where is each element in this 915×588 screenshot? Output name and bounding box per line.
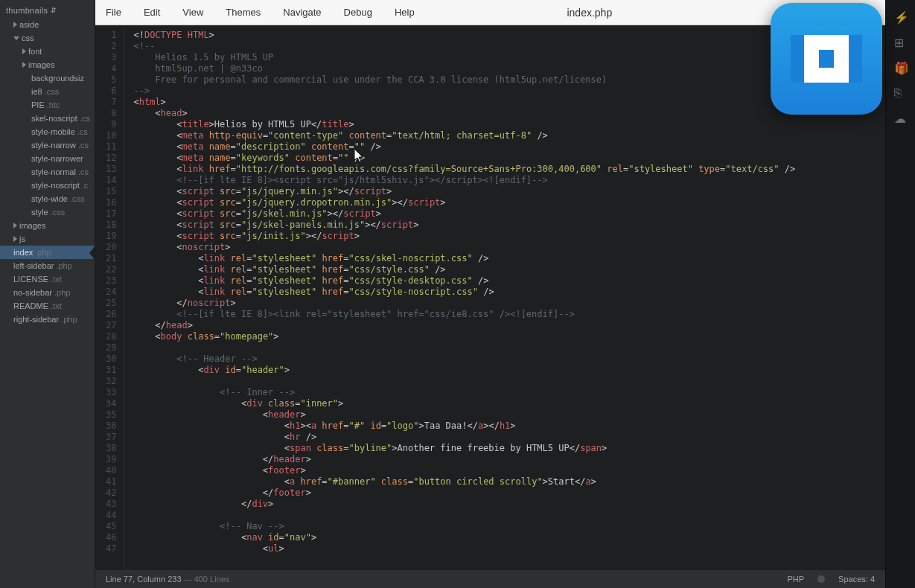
- tree-item-index[interactable]: index.php: [0, 246, 95, 259]
- code-line[interactable]: Helios 1.5 by HTML5 UP: [133, 52, 795, 63]
- menu-edit[interactable]: Edit: [139, 4, 165, 21]
- code-line[interactable]: <!-- Header -->: [133, 354, 795, 365]
- code-line[interactable]: <div class="inner">: [133, 398, 795, 409]
- code-line[interactable]: <link rel="stylesheet" href="css/style-n…: [133, 287, 795, 298]
- tree-item-style-mobile[interactable]: style-mobile.cs: [0, 125, 95, 138]
- menu-themes[interactable]: Themes: [221, 4, 265, 21]
- code-line[interactable]: <!-- Inner -->: [133, 387, 795, 398]
- chevron-right-icon: [22, 48, 26, 54]
- file-sidebar[interactable]: thumbnails ⇵ asidecssfontimagesbackgroun…: [0, 0, 95, 588]
- menu-file[interactable]: File: [101, 4, 126, 21]
- code-line[interactable]: <link rel="stylesheet" href="css/style.c…: [133, 264, 795, 275]
- code-line[interactable]: [133, 376, 795, 387]
- file-tree[interactable]: asidecssfontimagesbackgroundsizie8.cssPI…: [0, 18, 95, 326]
- code-line[interactable]: <!DOCTYPE HTML>: [133, 30, 795, 41]
- tree-item-left-sidebar[interactable]: left-sidebar.php: [0, 259, 95, 272]
- code-line[interactable]: Free for personal and commercial use und…: [133, 74, 795, 86]
- tree-item-right-sidebar[interactable]: right-sidebar.php: [0, 313, 95, 326]
- code-line[interactable]: <script src="js/jquery.dropotron.min.js"…: [133, 197, 795, 208]
- code-line[interactable]: <script src="js/init.js"></script>: [133, 231, 795, 242]
- code-line[interactable]: <meta http-equiv="content-type" content=…: [133, 130, 795, 141]
- tree-item-ext: .cs: [78, 167, 89, 176]
- code-line[interactable]: <script src="js/skel.min.js"></script>: [133, 208, 795, 220]
- language-mode[interactable]: PHP: [787, 575, 804, 584]
- code-line[interactable]: <html>: [133, 97, 795, 108]
- menubar[interactable]: FileEditViewThemesNavigateDebugHelp inde…: [95, 0, 885, 25]
- tree-item-style[interactable]: style.css: [0, 205, 95, 219]
- menu-debug[interactable]: Debug: [339, 4, 377, 21]
- indentation-setting[interactable]: Spaces: 4: [838, 575, 875, 584]
- code-line[interactable]: <div id="header">: [133, 365, 795, 376]
- tree-item-label: index: [13, 248, 33, 257]
- code-line[interactable]: <span class="byline">Another fine freebi…: [133, 443, 795, 454]
- tree-item-css[interactable]: css: [0, 31, 95, 45]
- code-line[interactable]: <link rel="stylesheet" href="css/skel-no…: [133, 253, 795, 264]
- code-line[interactable]: <a href="#banner" class="button circled …: [133, 476, 795, 488]
- tree-item-images[interactable]: images: [0, 219, 95, 232]
- code-line[interactable]: </head>: [133, 320, 795, 331]
- tree-item-no-sidebar[interactable]: no-sidebar.php: [0, 286, 95, 299]
- tree-item-label: LICENSE: [13, 275, 48, 284]
- terminal-icon[interactable]: ⎘: [894, 86, 908, 100]
- code-line[interactable]: <meta name="description" content="" />: [133, 141, 795, 153]
- tree-item-label: style-narrower: [31, 154, 83, 163]
- tree-item-readme[interactable]: README.txt: [0, 299, 95, 313]
- tree-item-ext: .cs: [77, 127, 88, 136]
- tree-item-aside[interactable]: aside: [0, 18, 95, 31]
- code-line[interactable]: <ul>: [133, 543, 795, 555]
- code-line[interactable]: <header>: [133, 409, 795, 421]
- tree-item-style-noscript[interactable]: style-noscript.c: [0, 179, 95, 192]
- tree-item-skel-noscript[interactable]: skel-noscript.cs: [0, 112, 95, 125]
- tree-item-label: skel-noscript: [31, 114, 77, 123]
- code-line[interactable]: <noscript>: [133, 242, 795, 253]
- code-line[interactable]: <script src="js/skel-panels.min.js"></sc…: [133, 220, 795, 231]
- code-line[interactable]: <head>: [133, 108, 795, 119]
- code-line[interactable]: <body class="homepage">: [133, 331, 795, 342]
- code-line[interactable]: <nav id="nav">: [133, 532, 795, 543]
- sidebar-header[interactable]: thumbnails ⇵: [0, 3, 95, 18]
- code-line[interactable]: <!--: [133, 41, 795, 52]
- extension-icon[interactable]: ⊞: [894, 36, 908, 49]
- tree-item-style-wide[interactable]: style-wide.css: [0, 192, 95, 205]
- tree-item-pie[interactable]: PIE.htc: [0, 98, 95, 112]
- code-line[interactable]: <hr />: [133, 432, 795, 443]
- code-line[interactable]: </footer>: [133, 488, 795, 499]
- code-line[interactable]: <h1><a href="#" id="logo">Taa Daa!</a></…: [133, 421, 795, 432]
- code-line[interactable]: -->: [133, 86, 795, 97]
- menu-navigate[interactable]: Navigate: [278, 4, 325, 21]
- code-line[interactable]: <footer>: [133, 465, 795, 476]
- tree-item-license[interactable]: LICENSE.txt: [0, 272, 95, 286]
- code-line[interactable]: </div>: [133, 499, 795, 510]
- code-line[interactable]: <!--[if lte IE 8]><script src="js/html5s…: [133, 175, 795, 186]
- tree-item-font[interactable]: font: [0, 45, 95, 58]
- menu-help[interactable]: Help: [390, 4, 419, 21]
- code-line[interactable]: <link href="http://fonts.googleapis.com/…: [133, 164, 795, 175]
- code-line[interactable]: <meta name="keywords" content="" />: [133, 153, 795, 164]
- tree-item-style-narrower[interactable]: style-narrower: [0, 152, 95, 165]
- code-line[interactable]: </noscript>: [133, 298, 795, 309]
- gift-icon[interactable]: 🎁: [894, 61, 908, 74]
- chevron-right-icon: [13, 223, 17, 229]
- tree-item-backgroundsiz[interactable]: backgroundsiz: [0, 71, 95, 85]
- code-line[interactable]: [133, 342, 795, 354]
- code-line[interactable]: <!-- Nav -->: [133, 521, 795, 532]
- code-line[interactable]: <script src="js/jquery.min.js"></script>: [133, 186, 795, 197]
- tree-item-images[interactable]: images: [0, 58, 95, 71]
- code-line[interactable]: [133, 510, 795, 521]
- tree-item-ie8[interactable]: ie8.css: [0, 85, 95, 98]
- code-editor[interactable]: 1234567891011121314151617181920212223242…: [95, 25, 885, 570]
- cloud-icon[interactable]: ☁: [894, 112, 908, 125]
- line-number: 42: [106, 488, 116, 499]
- code-line[interactable]: </header>: [133, 454, 795, 465]
- code-line[interactable]: <!--[if lte IE 8]><link rel="stylesheet"…: [133, 309, 795, 320]
- line-number: 26: [106, 309, 116, 320]
- bolt-icon[interactable]: ⚡: [894, 10, 908, 24]
- tree-item-style-narrow[interactable]: style-narrow.cs: [0, 138, 95, 152]
- menu-view[interactable]: View: [178, 4, 208, 21]
- tree-item-js[interactable]: js: [0, 232, 95, 246]
- code-line[interactable]: <link rel="stylesheet" href="css/style-d…: [133, 275, 795, 287]
- code-line[interactable]: <title>Helios by HTML5 UP</title>: [133, 119, 795, 130]
- tree-item-style-normal[interactable]: style-normal.cs: [0, 165, 95, 179]
- code-line[interactable]: html5up.net | @n33co: [133, 63, 795, 74]
- code-content[interactable]: <!DOCTYPE HTML><!-- Helios 1.5 by HTML5 …: [124, 25, 795, 570]
